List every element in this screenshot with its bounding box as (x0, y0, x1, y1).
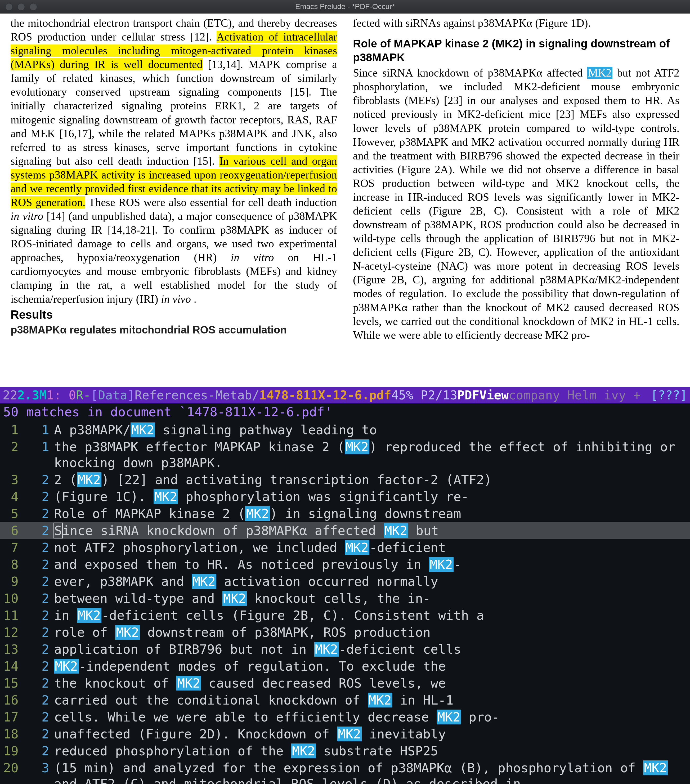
occur-text-segment: Role of MAPKAP kinase 2 ( (54, 506, 245, 521)
occur-results-pane[interactable]: 11A p38MAPK/MK2 signaling pathway leadin… (0, 422, 690, 784)
occur-page-number: 2 (23, 692, 54, 708)
occur-match-text: Role of MAPKAP kinase 2 (MK2) in signali… (54, 506, 685, 522)
occur-result-row[interactable]: 322 (MK2) [22] and activating transcript… (0, 471, 690, 488)
titlebar: Emacs Prelude - *PDF-Occur* (0, 0, 690, 13)
occur-result-row[interactable]: 52Role of MAPKAP kinase 2 (MK2) in signa… (0, 505, 690, 522)
occur-text-segment: Since siRNA knockdown of p38MAPKα affect… (54, 523, 384, 538)
occur-page-number: 2 (23, 522, 54, 539)
occur-result-row[interactable]: 62Since siRNA knockdown of p38MAPKα affe… (0, 522, 690, 539)
search-match-highlight: MK2 (176, 676, 201, 690)
occur-result-row[interactable]: 112in MK2-deficient cells (Figure 2B, C)… (0, 607, 690, 624)
modeline-major-mode[interactable]: PDFView (457, 388, 509, 402)
occur-result-row[interactable]: 192reduced phosphorylation of the MK2 su… (0, 743, 690, 759)
occur-match-summary: 50 matches in document `1478-811X-12-6.p… (0, 404, 690, 422)
occur-text-segment: in (54, 608, 77, 623)
modeline-directory: References-Metab/ (135, 388, 260, 402)
occur-line-number: 16 (0, 692, 23, 708)
modeline-position: 1: 0 (47, 388, 76, 402)
occur-match-text: the knockout of MK2 caused decreased ROS… (54, 675, 685, 691)
search-match-highlight: MK2 (154, 489, 178, 504)
emacs-window: Emacs Prelude - *PDF-Occur* the mitochon… (0, 0, 690, 784)
modeline-vcs-branch: Data (98, 388, 127, 402)
occur-text-segment: application of BIRB796 but not in (54, 642, 314, 657)
occur-result-row[interactable]: 152the knockout of MK2 caused decreased … (0, 675, 690, 692)
occur-result-row[interactable]: 72not ATF2 phosphorylation, we included … (0, 539, 690, 556)
zoom-icon[interactable] (30, 3, 37, 11)
occur-match-text: A p38MAPK/MK2 signaling pathway leading … (54, 422, 685, 438)
search-match-highlight: MK2 (345, 440, 370, 454)
occur-page-number: 2 (23, 489, 54, 504)
pdf-left-column: the mitochondrial electron transport cha… (11, 16, 337, 344)
occur-result-row[interactable]: 92ever, p38MAPK and MK2 activation occur… (0, 573, 690, 590)
occur-line-number: 5 (0, 506, 23, 522)
search-match-highlight: MK2 (77, 472, 102, 487)
italic-text: in vitro (231, 251, 274, 264)
body-text: Since siRNA knockdown of p38MAPKα affect… (353, 67, 587, 79)
occur-line-number: 4 (0, 489, 23, 504)
occur-text-segment: but (408, 523, 439, 538)
occur-text-segment: ever, p38MAPK and (54, 574, 192, 589)
occur-text-segment: downstream of p38MAPK, ROS production (140, 625, 430, 640)
occur-page-number: 2 (23, 540, 54, 555)
occur-page-number: 2 (23, 472, 54, 488)
occur-text-segment: and ATF2 (C) and mitochondrial ROS level… (54, 776, 521, 784)
occur-line-number: 15 (0, 675, 23, 691)
occur-text-segment: A p38MAPK/ (54, 422, 131, 437)
search-match-highlight: MK2 (131, 422, 155, 437)
minimize-icon[interactable] (18, 3, 25, 11)
search-match-highlight: MK2 (245, 506, 270, 521)
occur-match-text: (15 min) and analyzed for the expression… (54, 760, 685, 784)
close-icon[interactable] (5, 3, 13, 11)
occur-text-segment: knockout cells, the in- (247, 591, 430, 606)
occur-text-segment: -deficient cells (Figure 2B, C). Consist… (102, 608, 484, 623)
occur-text-segment: and exposed them to HR. As noticed previ… (54, 557, 429, 572)
occur-result-row[interactable]: 142MK2-independent modes of regulation. … (0, 658, 690, 675)
occur-result-row[interactable]: 21the p38MAPK effector MAPKAP kinase 2 (… (0, 438, 690, 471)
occur-text-segment: ) [22] and activating transcription fact… (102, 472, 492, 487)
occur-result-row[interactable]: 182unaffected (Figure 2D). Knockdown of … (0, 725, 690, 743)
occur-page-number: 2 (23, 607, 54, 623)
occur-text-segment: not ATF2 phosphorylation, we included (54, 540, 345, 555)
occur-text-segment: the p38MAPK effector MAPKAP kinase 2 ( (54, 440, 345, 454)
occur-text-segment: phosphorylation was significantly re- (178, 489, 469, 504)
pdf-view-pane[interactable]: the mitochondrial electron transport cha… (0, 13, 690, 387)
occur-result-row[interactable]: 82and exposed them to HR. As noticed pre… (0, 556, 690, 573)
occur-result-row[interactable]: 122role of MK2 downstream of p38MAPK, RO… (0, 624, 690, 641)
search-match-highlight: MK2 (222, 591, 247, 606)
occur-text-segment: (Figure 1C). (54, 489, 154, 504)
search-match-highlight: MK2 (429, 557, 453, 572)
paragraph: Since siRNA knockdown of p38MAPKα affect… (353, 66, 679, 342)
occur-page-number: 2 (23, 641, 54, 657)
occur-match-text: the p38MAPK effector MAPKAP kinase 2 (MK… (54, 439, 685, 471)
search-match-highlight: MK2 (587, 67, 613, 79)
occur-page-number: 2 (23, 709, 54, 725)
occur-result-row[interactable]: 203(15 min) and analyzed for the express… (0, 759, 690, 784)
modeline-filename[interactable]: 1478-811X-12-6.pdf (259, 388, 391, 402)
occur-text-segment: - (453, 557, 461, 572)
occur-text-segment: reduced phosphorylation of the (54, 743, 291, 758)
occur-line-number: 6 (0, 522, 23, 539)
occur-line-number: 14 (0, 658, 23, 674)
occur-result-row[interactable]: 172cells. While we were able to efficien… (0, 708, 690, 725)
occur-result-row[interactable]: 162carried out the conditional knockdown… (0, 692, 690, 708)
pdf-right-column: fected with siRNAs against p38MAPKα (Fig… (353, 16, 679, 344)
occur-result-row[interactable]: 42(Figure 1C). MK2 phosphorylation was s… (0, 488, 690, 505)
text-cursor: S (54, 523, 62, 538)
occur-page-number: 2 (23, 658, 54, 674)
occur-line-number: 10 (0, 590, 23, 606)
search-match-highlight: MK2 (643, 761, 668, 775)
occur-text-segment: signaling pathway leading to (155, 422, 377, 437)
occur-line-number: 12 (0, 624, 23, 640)
occur-match-text: carried out the conditional knockdown of… (54, 692, 685, 708)
search-match-highlight: MK2 (291, 743, 316, 758)
occur-result-row[interactable]: 102between wild-type and MK2 knockout ce… (0, 590, 690, 607)
occur-text-segment: (15 min) and analyzed for the expression… (54, 761, 643, 775)
occur-result-row[interactable]: 11A p38MAPK/MK2 signaling pathway leadin… (0, 422, 690, 438)
occur-match-text: unaffected (Figure 2D). Knockdown of MK2… (54, 726, 685, 742)
search-match-highlight: MK2 (77, 608, 102, 623)
body-text: . (194, 293, 197, 305)
modeline-prefix: 22 (3, 388, 17, 402)
occur-result-row[interactable]: 132application of BIRB796 but not in MK2… (0, 641, 690, 658)
bracket-icon: ] (127, 388, 135, 402)
occur-text-segment: carried out the conditional knockdown of (54, 693, 368, 707)
